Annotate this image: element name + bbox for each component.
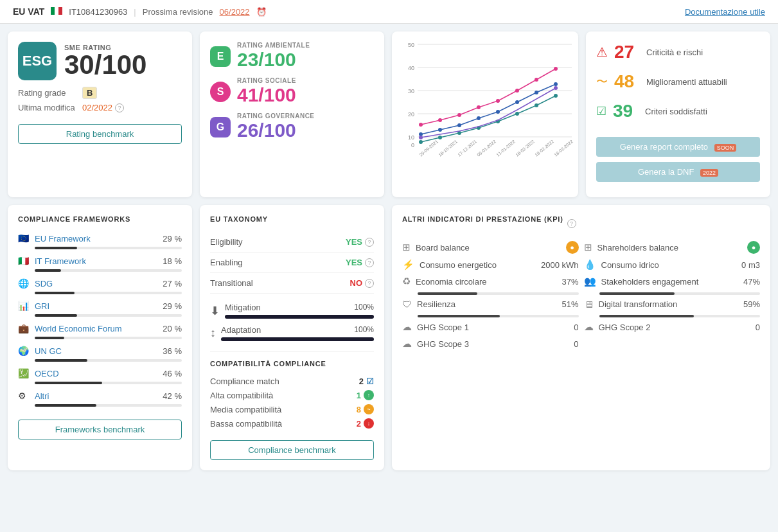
fw-name: World Economic Forum <box>35 324 155 333</box>
header: EU VAT IT10841230963 | Prossima revision… <box>0 0 778 24</box>
fw-pct: 29 % <box>159 301 182 311</box>
vat-number: IT10841230963 <box>69 7 127 17</box>
criticita-num: 27 <box>614 42 640 62</box>
criteri-num: 39 <box>613 101 639 121</box>
env-title: RATING AMBIENTALE <box>237 42 310 49</box>
kpi-grid: ⊞ Board balance ● ⚡ Consumo energetico 2… <box>402 241 760 355</box>
rating-card: E RATING AMBIENTALE 23/100 S RATING SOCI… <box>200 31 384 197</box>
help-icon[interactable]: ? <box>115 103 124 112</box>
kpi-right-col: ⊞ Shareholders balance ● 💧 Consumo idric… <box>584 241 761 355</box>
ultima-value: 02/2022 <box>82 103 112 112</box>
soc-score: 41/100 <box>237 84 296 106</box>
svg-point-28 <box>535 103 538 107</box>
svg-rect-1 <box>55 7 58 15</box>
year-badge: 2022 <box>700 169 718 177</box>
svg-point-32 <box>457 123 461 127</box>
svg-point-36 <box>535 91 538 94</box>
criticita-icon: ⚠ <box>596 44 608 60</box>
framework-list-item: 📊 GRI 29 % <box>18 299 182 317</box>
svg-point-41 <box>477 105 481 109</box>
kpi-help-icon[interactable]: ? <box>567 219 576 228</box>
doc-link[interactable]: Documentazione utile <box>685 7 765 17</box>
match-label: Compliance match <box>210 377 279 386</box>
ghg1-icon: ☁ <box>402 321 412 333</box>
rating-benchmark-button[interactable]: Rating benchmark <box>18 124 182 144</box>
mitigation-pct: 100% <box>354 303 374 312</box>
fw-name: OECD <box>35 369 155 378</box>
transitional-val: NO <box>350 278 363 288</box>
issues-card: ⚠ 27 Criticità e rischi 〜 48 Miglioramen… <box>586 31 770 197</box>
framework-list-item: 🌐 SDG 27 % <box>18 277 182 294</box>
svg-text:17-12-2021: 17-12-2021 <box>457 139 477 157</box>
media-val: 8 <box>357 405 361 414</box>
eligibility-help[interactable]: ? <box>365 238 374 247</box>
svg-rect-0 <box>51 7 55 15</box>
svg-point-45 <box>554 67 558 71</box>
svg-point-31 <box>438 128 442 132</box>
criteri-label: Criteri soddisfatti <box>645 107 707 116</box>
svg-point-38 <box>419 123 423 127</box>
header-left: EU VAT IT10841230963 | Prossima revision… <box>13 6 677 17</box>
gov-score: 26/100 <box>237 120 315 141</box>
framework-list-item: 💼 World Economic Forum 20 % <box>18 322 182 339</box>
fw-pct: 18 % <box>159 256 182 266</box>
mitigation-icon: ⬇ <box>210 304 220 318</box>
chart-card: 50 40 30 20 10 0 29-09-2021 18-10-2021 1… <box>392 31 578 197</box>
fw-pct: 27 % <box>159 279 182 288</box>
svg-point-34 <box>496 110 500 114</box>
soon-badge: SOON <box>714 144 737 152</box>
ghg3-icon: ☁ <box>402 338 412 350</box>
adaptation-label: Adaptation <box>221 325 261 335</box>
svg-text:20: 20 <box>408 111 414 118</box>
frameworks-benchmark-button[interactable]: Frameworks benchmark <box>18 420 182 439</box>
revision-date[interactable]: 06/2022 <box>220 7 250 17</box>
svg-point-27 <box>515 112 519 116</box>
generate-report-button[interactable]: Genera report completo SOON <box>596 137 760 157</box>
enabling-help[interactable]: ? <box>365 258 374 267</box>
svg-point-42 <box>496 99 500 103</box>
svg-point-40 <box>457 113 461 117</box>
fw-name: SDG <box>35 279 155 288</box>
transitional-help[interactable]: ? <box>365 279 374 288</box>
generate-dnf-button[interactable]: Genera la DNF 2022 <box>596 162 760 182</box>
framework-list-item: 🌍 UN GC 36 % <box>18 344 182 362</box>
svg-point-43 <box>515 89 519 93</box>
miglioramenti-icon: 〜 <box>596 74 608 89</box>
compliance-benchmark-button[interactable]: Compliance benchmark <box>210 440 374 460</box>
media-label: Media compatibilità <box>210 405 281 414</box>
taxonomy-compat-card: EU TAXONOMY Eligibility YES ? Enabling Y… <box>200 205 384 470</box>
framework-list-item: 💹 OECD 46 % <box>18 367 182 384</box>
fw-pct: 42 % <box>159 391 182 401</box>
svg-text:40: 40 <box>408 65 414 71</box>
s-badge: S <box>210 82 231 102</box>
fw-name: Altri <box>35 391 155 401</box>
italy-flag <box>51 7 62 17</box>
enabling-val: YES <box>346 258 362 267</box>
g-badge: G <box>210 117 231 137</box>
svg-text:18-02-2022: 18-02-2022 <box>534 139 554 157</box>
revision-label: Prossima revisione <box>143 7 213 17</box>
e-badge: E <box>210 46 231 67</box>
rating-grade-value: B <box>82 87 97 99</box>
esg-score: 30/100 <box>64 51 146 78</box>
framework-list-item: ⚙ Altri 42 % <box>18 389 182 407</box>
svg-text:0: 0 <box>411 142 414 148</box>
svg-point-46 <box>419 136 423 139</box>
svg-point-33 <box>477 116 481 120</box>
resilienza-bar-bg <box>418 315 579 317</box>
svg-rect-2 <box>58 7 62 15</box>
taxonomy-title: EU TAXONOMY <box>210 215 374 223</box>
fw-pct: 29 % <box>159 234 182 244</box>
alarm-icon[interactable]: ⏰ <box>256 7 267 17</box>
svg-text:18-10-2021: 18-10-2021 <box>438 139 458 157</box>
shareholders-status-icon: ● <box>747 241 760 254</box>
soc-title: RATING SOCIALE <box>237 77 296 84</box>
svg-point-47 <box>554 86 558 90</box>
resilienza-bar-fill <box>418 315 500 317</box>
svg-point-35 <box>515 100 519 104</box>
criticita-label: Criticità e rischi <box>646 48 703 57</box>
rating-grade-label: Rating grade <box>18 88 82 98</box>
kpi-title: ALTRI INDICATORI DI PRESTAZIONE (KPI) <box>402 215 563 223</box>
mitigation-bar <box>225 315 374 319</box>
circular-bar-fill <box>418 292 477 295</box>
